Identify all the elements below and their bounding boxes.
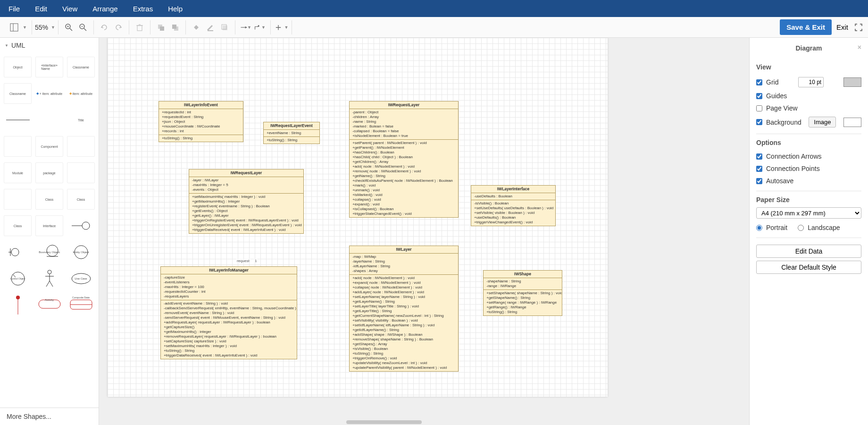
edit-data-button[interactable]: Edit Data bbox=[756, 245, 861, 258]
to-front-icon[interactable] bbox=[155, 22, 167, 33]
zoom-in-icon[interactable] bbox=[63, 22, 75, 33]
undo-icon[interactable] bbox=[99, 22, 110, 33]
clear-style-button[interactable]: Clear Default Style bbox=[756, 261, 861, 274]
grid-size-input[interactable] bbox=[798, 77, 824, 87]
shape-thumb[interactable] bbox=[4, 110, 32, 130]
uml-class-IWLayerInfoManager[interactable]: IWLayerInfoManager -captureSize -eventLi… bbox=[160, 266, 297, 359]
shape-thumb[interactable] bbox=[4, 295, 32, 315]
shape-thumb[interactable] bbox=[67, 162, 95, 183]
uml-class-IWLayer[interactable]: IWLayer -map : IWMap -layerName : String… bbox=[349, 246, 459, 372]
shape-thumb[interactable] bbox=[67, 215, 95, 236]
menu-help[interactable]: Help bbox=[168, 5, 183, 13]
autosave-checkbox[interactable] bbox=[756, 178, 762, 184]
conn-arrows-checkbox[interactable] bbox=[756, 153, 762, 160]
shape-thumb[interactable]: Class bbox=[67, 189, 95, 210]
uml-class-IWLayerInterface[interactable]: IWLayerInterface -useDefaults : Boolean … bbox=[471, 185, 556, 226]
shape-thumb[interactable]: Control Object bbox=[4, 268, 32, 289]
svg-marker-21 bbox=[258, 25, 260, 26]
svg-line-37 bbox=[50, 281, 53, 287]
grid-checkbox[interactable] bbox=[756, 79, 762, 85]
portrait-radio[interactable] bbox=[756, 225, 762, 231]
shape-thumb[interactable] bbox=[35, 110, 63, 130]
shape-thumb[interactable]: Object bbox=[4, 57, 32, 77]
redo-icon[interactable] bbox=[113, 22, 124, 33]
uml-class-IWRequestLayer[interactable]: IWRequestLayer -layer : IWLayer -maxHits… bbox=[189, 169, 304, 234]
fill-icon[interactable] bbox=[191, 22, 202, 33]
landscape-label: Landscape bbox=[808, 224, 840, 231]
diagram-page[interactable]: request 1 IWLayerInfoEvent +requestedId … bbox=[108, 38, 608, 397]
canvas[interactable]: request 1 IWLayerInfoEvent +requestedId … bbox=[99, 38, 749, 425]
close-icon[interactable]: × bbox=[858, 43, 861, 51]
paper-size-select[interactable]: A4 (210 mm x 297 mm) bbox=[756, 207, 861, 219]
layout-icon[interactable] bbox=[8, 22, 20, 33]
waypoint-icon[interactable]: ▼ bbox=[254, 22, 266, 33]
menu-extras[interactable]: Extras bbox=[133, 5, 153, 13]
conn-points-label: Connection Points bbox=[766, 165, 820, 172]
shadow-icon[interactable] bbox=[219, 22, 230, 33]
menu-edit[interactable]: Edit bbox=[35, 5, 47, 13]
save-exit-button[interactable]: Save & Exit bbox=[780, 19, 832, 35]
fullscreen-icon[interactable] bbox=[853, 22, 864, 33]
shape-thumb[interactable]: Composite State bbox=[67, 295, 95, 315]
shape-thumb[interactable] bbox=[4, 136, 32, 157]
chevron-down-icon[interactable]: ▼ bbox=[51, 25, 55, 30]
landscape-radio[interactable] bbox=[798, 225, 804, 231]
shape-thumb[interactable] bbox=[67, 136, 95, 157]
svg-rect-0 bbox=[10, 24, 18, 31]
to-back-icon[interactable] bbox=[169, 22, 181, 33]
shape-thumb[interactable]: Interface bbox=[35, 215, 63, 236]
shape-thumb[interactable]: «interface» Name bbox=[35, 57, 63, 77]
pageview-checkbox[interactable] bbox=[756, 105, 762, 111]
shape-thumb[interactable]: Entity Object bbox=[67, 242, 95, 263]
conn-points-checkbox[interactable] bbox=[756, 166, 762, 172]
shape-thumb[interactable]: Class bbox=[4, 215, 32, 236]
shape-thumb[interactable]: Classname bbox=[67, 57, 95, 77]
more-shapes-button[interactable]: More Shapes... bbox=[0, 408, 99, 425]
shape-thumb[interactable] bbox=[35, 268, 63, 289]
menu-file[interactable]: File bbox=[8, 5, 20, 13]
pageview-label: Page View bbox=[766, 104, 798, 112]
shape-thumb[interactable]: Component bbox=[35, 136, 63, 157]
shape-thumb[interactable]: Activity bbox=[35, 295, 63, 315]
menubar: File Edit View Arrange Extras Help bbox=[0, 0, 868, 17]
uml-class-IWRequestLayer-node[interactable]: IWRequestLayer -parent : Object -childre… bbox=[349, 101, 459, 218]
shape-thumb[interactable]: package bbox=[35, 162, 63, 183]
shape-thumb[interactable]: ◆ item: attribute bbox=[67, 83, 95, 104]
stroke-icon[interactable] bbox=[205, 22, 216, 33]
add-icon[interactable]: ＋▼ bbox=[275, 22, 287, 33]
zoom-out-icon[interactable] bbox=[77, 22, 89, 33]
rel-label-request: request bbox=[236, 259, 250, 263]
uml-class-IWLayerInfoEvent[interactable]: IWLayerInfoEvent +requestedId : int +req… bbox=[159, 101, 243, 142]
horizontal-scrollbar[interactable] bbox=[346, 420, 422, 424]
grid-color-swatch[interactable] bbox=[843, 77, 861, 87]
shape-thumb[interactable] bbox=[4, 189, 32, 210]
chevron-down-icon[interactable]: ▼ bbox=[23, 25, 27, 30]
shape-thumb[interactable] bbox=[4, 242, 32, 263]
shape-thumb[interactable]: Class bbox=[35, 189, 63, 210]
menu-arrange[interactable]: Arrange bbox=[92, 5, 117, 13]
svg-rect-9 bbox=[137, 26, 142, 31]
section-paper: Paper Size bbox=[756, 196, 861, 204]
exit-button[interactable]: Exit bbox=[832, 19, 853, 35]
zoom-level[interactable]: 55% bbox=[35, 24, 48, 31]
shape-thumb[interactable]: Title bbox=[67, 110, 95, 130]
svg-point-39 bbox=[16, 296, 20, 299]
background-checkbox[interactable] bbox=[756, 119, 762, 125]
background-color-swatch[interactable] bbox=[843, 118, 861, 127]
image-button[interactable]: Image bbox=[809, 117, 836, 128]
sidebar-section-uml[interactable]: UML bbox=[0, 38, 99, 53]
delete-icon[interactable] bbox=[134, 22, 145, 33]
menu-view[interactable]: View bbox=[62, 5, 77, 13]
connection-icon[interactable]: ▼ bbox=[240, 22, 251, 33]
shape-thumb[interactable]: ◆ + item: attribute bbox=[35, 83, 63, 104]
uml-class-IWShape[interactable]: IWShape -shapeName : String -range : IWR… bbox=[483, 270, 562, 316]
shape-thumb[interactable]: Module bbox=[4, 162, 32, 183]
shape-thumb[interactable]: Classname bbox=[4, 83, 32, 104]
shape-thumb[interactable]: Use Case bbox=[67, 268, 95, 289]
shape-thumb[interactable]: Boundary Object bbox=[35, 242, 63, 263]
svg-point-33 bbox=[48, 270, 51, 274]
portrait-label: Portrait bbox=[766, 224, 787, 231]
background-label: Background bbox=[766, 119, 801, 126]
guides-checkbox[interactable] bbox=[756, 93, 762, 99]
uml-class-IWRequestLayerEvent[interactable]: IWRequestLayerEvent +eventName : String … bbox=[263, 122, 320, 144]
